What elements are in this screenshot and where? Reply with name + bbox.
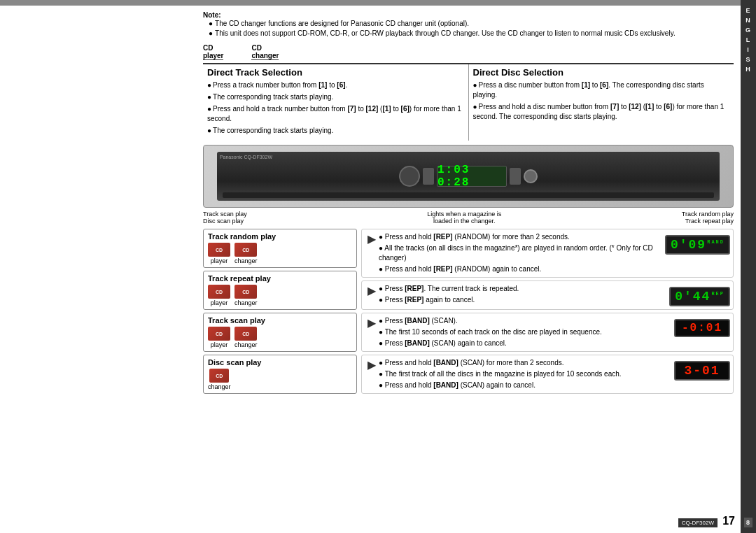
cd-player-icon-scan: CD player [208,327,230,348]
right-knob [524,169,538,183]
function-boxes-left: Track random play CD player CD changer [203,229,357,397]
arrow-random: ▶ [368,232,376,246]
label-track-scan: Track scan play Disc scan play [203,211,247,225]
page-number: 17 [722,515,735,527]
cd-changer-icon: CD changer [234,243,258,264]
track-scan-desc-area: ▶ ● Press [BAND] (SCAN). ● The first 10 … [361,313,734,352]
note-line-2: This unit does not support CD-ROM, CD-R,… [209,29,734,38]
track-scan-desc: ● Press [BAND] (SCAN). ● The first 10 se… [379,316,674,348]
disc-scan-icons: CD changer [208,369,352,390]
section-number: 8 [744,518,752,527]
main-display: 1:03 0:28 [437,166,507,187]
direct-disc-selection: Direct Disc Selection Press a disc numbe… [469,64,734,141]
label-lights: Lights when a magazine is loaded in the … [427,211,501,225]
lcd-repeat: 0'44 [669,287,730,306]
lcd-scan: -0:01 [674,319,730,337]
cd-player-visual-repeat: CD [208,285,230,299]
button-group-left [423,168,434,185]
lcd-random: 0'09 [665,235,730,255]
direct-track-body: Press a track number button from [1] to … [207,80,464,136]
function-sections: Track random play CD player CD changer [203,229,734,397]
track-random-desc-area: ▶ ● Press and hold [REP] (RANDOM) for mo… [361,229,734,278]
disc-scan-title: Disc scan play [208,358,352,367]
cd-changer-visual-scan: CD [234,327,257,341]
note-line-1: The CD changer functions are designed fo… [209,19,734,29]
cd-changer-icon-disc: CD changer [208,369,231,390]
device-unit: Panasonic CQ-DF302W 1:03 0:28 [217,152,720,201]
cd-player-label: CDplayer [203,44,223,60]
cd-changer-icon-scan: CD changer [234,327,258,348]
track-random-box: Track random play CD player CD changer [203,229,357,268]
cd-player-icon: CD player [208,243,230,264]
language-tab: E N G L I S H 8 [741,0,756,533]
track-scan-icons: CD player CD changer [208,327,352,348]
left-illustration-area [0,6,196,533]
device-image: Panasonic CQ-DF302W 1:03 0:28 [203,145,734,208]
track-random-icons: CD player CD changer [208,243,352,264]
track-random-desc: ● Press and hold [REP] (RANDOM) for more… [379,232,665,274]
cd-player-visual: CD [208,243,230,257]
cd-changer-visual-disc: CD [209,369,229,383]
label-random-repeat: Track random play Track repeat play [682,211,734,225]
model-number: CQ-DF302W [678,518,718,527]
lcd-disc-scan: 3-01 [674,361,730,381]
direct-selections-row: Direct Track Selection Press a track num… [203,63,734,141]
direct-disc-title: Direct Disc Selection [473,67,730,78]
right-content-area: Note: The CD changer functions are desig… [196,6,741,533]
track-random-title: Track random play [208,232,352,241]
track-repeat-box: Track repeat play CD player CD changer [203,271,357,310]
cd-slot [223,192,714,198]
track-repeat-desc-area: ▶ ● Press [REP]. The current track is re… [361,280,734,310]
cd-changer-visual: CD [234,243,257,257]
cd-player-icon-repeat: CD player [208,285,230,306]
track-repeat-icons: CD player CD changer [208,285,352,306]
direct-disc-body: Press a disc number button from [1] to [… [473,80,730,122]
track-repeat-title: Track repeat play [208,274,352,283]
note-title: Note: [203,11,221,19]
track-scan-title: Track scan play [208,316,352,325]
cd-changer-visual-repeat: CD [234,285,257,299]
disc-scan-desc: ● Press and hold [BAND] (SCAN) for more … [379,358,674,390]
arrow-repeat: ▶ [368,284,376,297]
function-descriptions-right: ▶ ● Press and hold [REP] (RANDOM) for mo… [361,229,734,397]
direct-track-title: Direct Track Selection [207,67,464,78]
button-group-right [510,168,521,185]
track-scan-box: Track scan play CD player CD changer [203,313,357,352]
disc-scan-box: Disc scan play CD changer [203,355,357,394]
cd-player-visual-scan: CD [208,327,230,341]
brand-label: Panasonic CQ-DF302W [220,155,272,159]
cd-changer-label: CDchanger [251,44,279,60]
device-labels-row: Track scan play Disc scan play Lights wh… [203,211,734,225]
left-knob [399,166,420,187]
language-letters: E N G L I S H [746,6,751,74]
track-repeat-desc: ● Press [REP]. The current track is repe… [379,284,669,305]
arrow-disc-scan: ▶ [368,358,376,371]
top-bar [0,0,741,6]
disc-scan-desc-area: ▶ ● Press and hold [BAND] (SCAN) for mor… [361,355,734,394]
cd-labels-row: CDplayer CDchanger [203,44,734,60]
note-section: Note: The CD changer functions are desig… [203,11,734,38]
direct-track-selection: Direct Track Selection Press a track num… [203,64,469,141]
arrow-scan: ▶ [368,316,376,329]
cd-changer-icon-repeat: CD changer [234,285,258,306]
